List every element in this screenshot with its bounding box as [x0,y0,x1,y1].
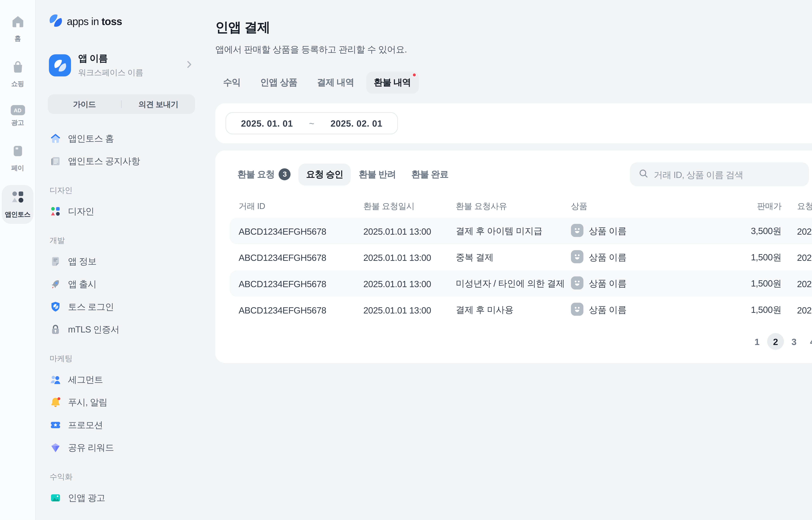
app-identity: 앱 이름 워크스페이스 이름 [78,52,143,78]
cell-requested-at: 2025.01.01 13:00 [363,252,456,262]
sidebar-item-label: 프로모션 [68,419,103,431]
page-button-2-current[interactable]: 2 [767,333,784,350]
filter-refund-completed[interactable]: 환불 완료 [403,163,456,185]
sidebar-item-appintoss-home[interactable]: 앱인토스 홈 [48,127,195,150]
cell-transaction-id: ABCD1234EFGH5678 [239,305,363,315]
toss-sphere-icon [49,14,62,30]
rail-item-label: 앱인토스 [5,210,30,219]
main-content: 인앱 결제 앱에서 판매할 상품을 등록하고 관리할 수 있어요. 상품 등록 … [207,0,812,520]
service-rail: 홈 쇼핑 AD 광고 페이 앱인토스 [0,0,36,520]
cell-price: 3,500원 [713,225,781,237]
page-header-text: 인앱 결제 앱에서 판매할 상품을 등록하고 관리할 수 있어요. [215,19,407,56]
cell-reason: 결제 후 미사용 [456,304,571,316]
workspace-switcher[interactable]: 앱 이름 워크스페이스 이름 [49,52,195,78]
product-name: 상품 이름 [589,278,626,289]
product-thumbnail-icon [571,276,584,291]
sidebar-item-label: 세그먼트 [68,374,103,385]
sidebar-section-monetization: 수익화 [50,472,195,482]
brand-logo[interactable]: apps in toss [49,14,195,30]
rail-item-home[interactable]: 홈 [2,10,33,48]
sidebar-item-label: 토스 로그인 [68,301,114,312]
cell-transaction-id: ABCD1234EFGH5678 [239,252,363,262]
diamond-icon [50,442,61,453]
sidebar-quick-actions: 가이드 의견 보내기 [48,94,195,114]
tab-revenue[interactable]: 수익 [215,72,248,94]
page-button-3[interactable]: 3 [786,333,803,350]
product-thumbnail-icon [571,303,584,317]
sidebar-item-app-info[interactable]: 앱 정보 [48,250,195,273]
col-header-requested-at: 환불 요청일시 [363,201,456,212]
sidebar-item-design[interactable]: 디자인 [48,200,195,223]
rail-item-shopping[interactable]: 쇼핑 [2,56,33,93]
sidebar-item-toss-login[interactable]: 토스 로그인 [48,295,195,318]
search-input[interactable] [654,169,801,179]
home-icon [10,14,25,31]
refund-table-card: 환불 요청 3 요청 승인 환불 반려 환불 완료 [215,151,812,363]
tab-refund-history[interactable]: 환불 내역 [366,72,419,94]
filter-label: 환불 반려 [359,169,396,180]
search-box[interactable] [630,162,809,186]
table-row[interactable]: ABCD1234EFGH5678 2025.01.01 13:00 결제 후 아… [230,218,812,244]
shield-icon [50,301,61,313]
rail-item-pay[interactable]: 페이 [2,140,33,177]
page-tabs: 수익 인앱 상품 결제 내역 환불 내역 [215,72,812,94]
sidebar: apps in toss 앱 이름 워크스페이스 이름 가이드 의견 보내기 [36,0,207,520]
cell-product: 상품 이름 [571,276,713,291]
page-subtitle: 앱에서 판매할 상품을 등록하고 관리할 수 있어요. [215,44,407,56]
tab-inapp-products[interactable]: 인앱 상품 [253,72,305,94]
cell-product: 상품 이름 [571,250,713,265]
sidebar-item-notices[interactable]: 앱인토스 공지사항 [48,150,195,173]
sidebar-item-label: 앱 정보 [68,256,96,267]
sidebar-item-label: 인앱 광고 [68,492,105,503]
page-button-1[interactable]: 1 [749,333,765,350]
sidebar-item-push[interactable]: 푸시, 알림 [48,391,195,414]
tab-label: 환불 내역 [374,77,411,87]
sidebar-item-mtls-cert[interactable]: mTLS 인증서 [48,318,195,341]
cell-approved-at: 2025. 01. 01 [781,226,812,236]
sidebar-item-share-reward[interactable]: 공유 리워드 [48,436,195,459]
sidebar-item-label: 디자인 [68,206,94,217]
cell-reason: 결제 후 아이템 미지급 [456,225,571,237]
sidebar-item-label: 공유 리워드 [68,442,114,453]
filter-label: 환불 완료 [411,169,448,180]
rail-item-label: 홈 [15,34,21,43]
cell-transaction-id: ABCD1234EFGH5678 [239,226,363,236]
sidebar-section-marketing: 마케팅 [50,354,195,364]
filter-request-approved[interactable]: 요청 승인 [298,163,351,185]
cell-reason: 미성년자 / 타인에 의한 결제 [456,278,571,289]
table-row[interactable]: ABCD1234EFGH5678 2025.01.01 13:00 중복 결제 … [230,244,812,270]
rail-item-appintoss[interactable]: 앱인토스 [2,185,33,224]
sidebar-item-label: 앱인토스 홈 [68,133,114,144]
table-row[interactable]: ABCD1234EFGH5678 2025.01.01 13:00 결제 후 미… [230,297,812,323]
page-button-4[interactable]: 4 [804,333,812,350]
sidebar-item-app-release[interactable]: 앱 출시 [48,273,195,295]
sidebar-item-segment[interactable]: 세그먼트 [48,368,195,391]
date-range-separator: ~ [309,118,314,128]
search-icon [638,168,648,181]
sidebar-menu: 앱인토스 홈 앱인토스 공지사항 디자인 디자인 개발 앱 정보 [48,127,195,509]
rail-item-label: 광고 [11,118,24,127]
rail-item-ads[interactable]: AD 광고 [2,101,33,132]
filter-refund-rejected[interactable]: 환불 반려 [351,163,403,185]
feedback-button[interactable]: 의견 보내기 [122,99,195,109]
lock-icon [50,323,61,335]
date-range-input[interactable]: 2025. 01. 01 ~ 2025. 02. 01 [226,112,398,134]
product-name: 상품 이름 [589,225,626,237]
cell-requested-at: 2025.01.01 13:00 [363,279,456,289]
app-name: 앱 이름 [78,52,143,65]
filter-refund-requested[interactable]: 환불 요청 3 [230,163,298,186]
product-thumbnail-icon [571,250,584,265]
date-range-end: 2025. 02. 01 [331,118,383,128]
refund-table: 거래 ID 환불 요청일시 환불 요청사유 상품 판매가 요청 승인일 ABCD… [230,195,812,323]
tab-payment-history[interactable]: 결제 내역 [309,72,362,94]
sidebar-item-promotion[interactable]: 프로모션 [48,414,195,437]
guide-button[interactable]: 가이드 [48,99,121,109]
table-row[interactable]: ABCD1234EFGH5678 2025.01.01 13:00 미성년자 /… [230,270,812,297]
product-thumbnail-icon [571,224,584,238]
sidebar-item-label: 앱인토스 공지사항 [68,156,140,167]
sidebar-item-label: 앱 출시 [68,279,96,290]
appintoss-shapes-icon [10,189,26,207]
cell-requested-at: 2025.01.01 13:00 [363,226,456,236]
rocket-icon [50,278,61,290]
sidebar-item-inapp-ads[interactable]: 인앱 광고 [48,487,195,509]
